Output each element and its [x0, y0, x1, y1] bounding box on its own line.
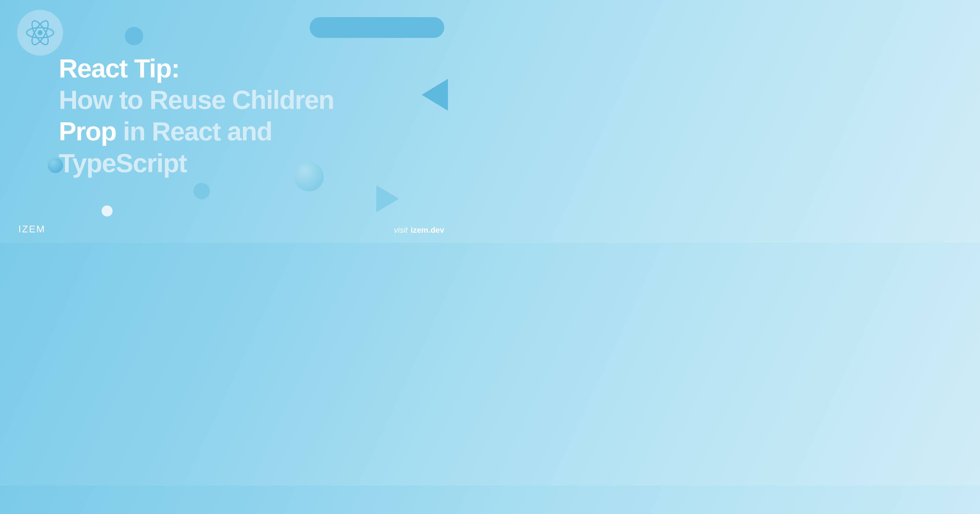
react-logo-icon	[26, 19, 54, 47]
title-line-3-b: in React and	[116, 116, 272, 146]
decorative-dot	[193, 183, 210, 199]
decorative-triangle-icon	[422, 79, 448, 111]
visit-link[interactable]: visitizem.dev	[394, 225, 444, 235]
visit-domain: izem.dev	[410, 225, 444, 235]
decorative-pill	[310, 17, 444, 38]
brand-logo: IZEM	[18, 224, 45, 235]
decorative-triangle-icon	[376, 185, 399, 212]
decorative-dot	[102, 205, 113, 216]
title-line-1: React Tip:	[59, 54, 179, 83]
title-line-4: TypeScript	[59, 148, 187, 178]
decorative-dot	[125, 27, 143, 45]
page-title: React Tip: How to Reuse Children Prop in…	[59, 52, 395, 179]
title-line-3-a: Prop	[59, 116, 116, 146]
title-line-2: How to Reuse Children	[59, 85, 334, 114]
react-logo-badge	[17, 10, 63, 56]
visit-label: visit	[394, 225, 407, 235]
svg-point-0	[38, 30, 43, 35]
